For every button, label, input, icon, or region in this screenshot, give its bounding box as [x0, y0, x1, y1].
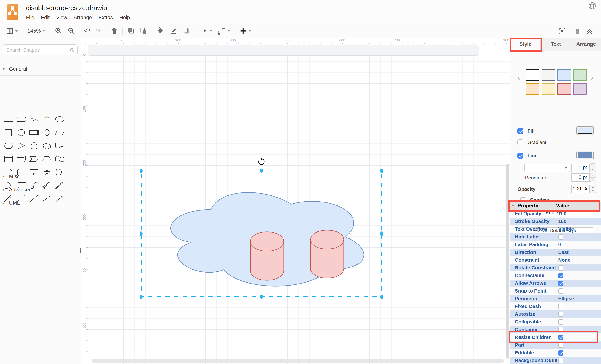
palette-shape-process[interactable]: [28, 128, 40, 137]
to-front-button[interactable]: [127, 27, 135, 35]
palette-shape-cylinder[interactable]: [28, 141, 40, 151]
fullscreen-button[interactable]: [558, 27, 566, 35]
property-row-rotate-constraint[interactable]: Rotate Constraint: [510, 264, 601, 272]
palette-shape-hexagon[interactable]: [3, 141, 14, 151]
property-row-snap-to-point[interactable]: Snap to Point: [510, 287, 601, 295]
palette-shape-text[interactable]: Text: [28, 115, 40, 124]
palette-shape-textbox[interactable]: Heading: [41, 115, 53, 124]
presets-prev-icon[interactable]: ‹: [518, 73, 520, 82]
property-row-autosize[interactable]: Autosize: [510, 310, 601, 318]
menu-view[interactable]: View: [56, 15, 67, 20]
property-row-fill-opacity[interactable]: Fill Opacity 100: [510, 210, 601, 218]
menu-extras[interactable]: Extras: [98, 15, 113, 20]
line-color-button[interactable]: [170, 27, 177, 35]
property-row-direction[interactable]: Direction East: [510, 248, 601, 256]
page-view-button[interactable]: [6, 27, 18, 35]
sidebar-section-misc[interactable]: ▸ Misc: [0, 170, 81, 183]
style-preset-swatch[interactable]: [557, 69, 571, 81]
palette-shape-rounded-rectangle[interactable]: [15, 115, 27, 124]
insert-button[interactable]: [240, 27, 251, 34]
delete-button[interactable]: [111, 27, 118, 35]
property-row-constraint[interactable]: Constraint None: [510, 256, 601, 264]
search-input[interactable]: [6, 47, 69, 53]
style-preset-swatch[interactable]: [526, 83, 539, 95]
line-checkbox[interactable]: [518, 153, 523, 159]
palette-shape-step[interactable]: [28, 154, 40, 164]
to-back-button[interactable]: [140, 27, 147, 35]
property-row-perimeter[interactable]: Perimeter Ellipse: [510, 295, 601, 303]
selection-handle[interactable]: [260, 169, 263, 173]
tab-text[interactable]: Text: [541, 38, 571, 51]
palette-shape-ellipse[interactable]: [54, 115, 66, 124]
palette-shape-square[interactable]: [3, 128, 14, 137]
property-checkbox-connectable[interactable]: [558, 273, 563, 278]
selection-handle[interactable]: [140, 232, 142, 236]
property-row-fixed-dash[interactable]: Fixed Dash: [510, 303, 601, 310]
property-row-connectable[interactable]: Connectable: [510, 272, 601, 279]
property-checkbox-part[interactable]: [558, 343, 563, 348]
property-row-stroke-opacity[interactable]: Stroke Opacity 100: [510, 218, 601, 225]
menu-edit[interactable]: Edit: [41, 15, 50, 20]
menu-arrange[interactable]: Arrange: [74, 15, 92, 20]
property-checkbox-hide-label[interactable]: [558, 234, 563, 240]
line-width-input[interactable]: 1 pt: [571, 164, 590, 172]
palette-shape-cloud[interactable]: [41, 141, 53, 151]
horizontal-scrollbar[interactable]: [92, 359, 504, 363]
property-table-header[interactable]: ▾ Property Value: [510, 202, 601, 210]
collapse-expand-button[interactable]: [586, 27, 593, 35]
selection-handle[interactable]: [260, 295, 263, 299]
palette-shape-parallelogram[interactable]: [54, 128, 66, 137]
style-preset-swatch[interactable]: [542, 69, 555, 81]
property-row-collapsible[interactable]: Collapsible: [510, 318, 601, 326]
connection-button[interactable]: [200, 27, 212, 35]
property-checkbox-editable[interactable]: [558, 350, 563, 355]
waypoints-button[interactable]: [218, 27, 230, 35]
redo-button[interactable]: ↷: [95, 27, 101, 34]
cylinder-shape-2[interactable]: [310, 230, 344, 279]
property-checkbox-allow-arrows[interactable]: [558, 281, 563, 286]
sidebar-section-general[interactable]: ▾ General: [0, 63, 81, 75]
cylinder-shape-1[interactable]: [250, 231, 284, 281]
property-checkbox-snap-to-point[interactable]: [558, 288, 563, 294]
selection-handle[interactable]: [380, 169, 383, 173]
fill-color-swatch-button[interactable]: [577, 126, 594, 135]
shape-search[interactable]: [3, 44, 78, 55]
property-checkbox-resize-children[interactable]: [558, 335, 563, 340]
diagram-canvas[interactable]: [88, 44, 510, 364]
style-preset-swatch[interactable]: [573, 83, 587, 95]
menu-file[interactable]: File: [26, 15, 34, 20]
property-row-text-overflow[interactable]: Text Overflow Visible: [510, 225, 601, 233]
palette-shape-document[interactable]: [54, 141, 66, 151]
gradient-checkbox[interactable]: [518, 140, 523, 145]
property-row-hide-label[interactable]: Hide Label: [510, 233, 601, 241]
property-checkbox-container[interactable]: [558, 327, 563, 332]
palette-shape-rectangle[interactable]: [3, 115, 14, 124]
palette-shape-cube[interactable]: [15, 154, 27, 164]
selection-handle[interactable]: [140, 295, 142, 299]
property-row-part[interactable]: Part: [510, 341, 601, 349]
palette-shape-diamond[interactable]: [41, 128, 53, 137]
property-row-resize-children[interactable]: Resize Children: [510, 334, 601, 341]
property-checkbox-background-outline[interactable]: [558, 358, 563, 363]
style-preset-swatch[interactable]: [573, 69, 587, 81]
tab-style[interactable]: Style: [510, 38, 541, 51]
zoom-out-button[interactable]: [68, 27, 75, 35]
property-checkbox-collapsible[interactable]: [558, 319, 563, 325]
fill-checkbox[interactable]: [518, 128, 523, 134]
selection-handle[interactable]: [140, 169, 142, 173]
language-globe-icon[interactable]: [588, 1, 596, 10]
property-checkbox-fixed-dash[interactable]: [558, 304, 563, 309]
opacity-input[interactable]: 100 %: [571, 185, 590, 193]
fill-color-button[interactable]: [157, 27, 164, 35]
perimeter-stepper[interactable]: ▲▼: [590, 173, 596, 182]
zoom-level-dropdown[interactable]: 145%: [27, 28, 45, 34]
palette-shape-triangle[interactable]: [15, 141, 27, 151]
undo-button[interactable]: ↶: [84, 27, 90, 34]
style-preset-swatch[interactable]: [526, 69, 539, 81]
selection-handle[interactable]: [380, 232, 383, 236]
sidebar-section-uml[interactable]: ▸ UML: [0, 196, 81, 209]
line-width-stepper[interactable]: ▲▼: [590, 163, 596, 172]
palette-shape-circle[interactable]: [15, 128, 27, 137]
sidebar-section-advanced[interactable]: ▸ Advanced: [0, 183, 81, 196]
menu-help[interactable]: Help: [120, 15, 130, 20]
